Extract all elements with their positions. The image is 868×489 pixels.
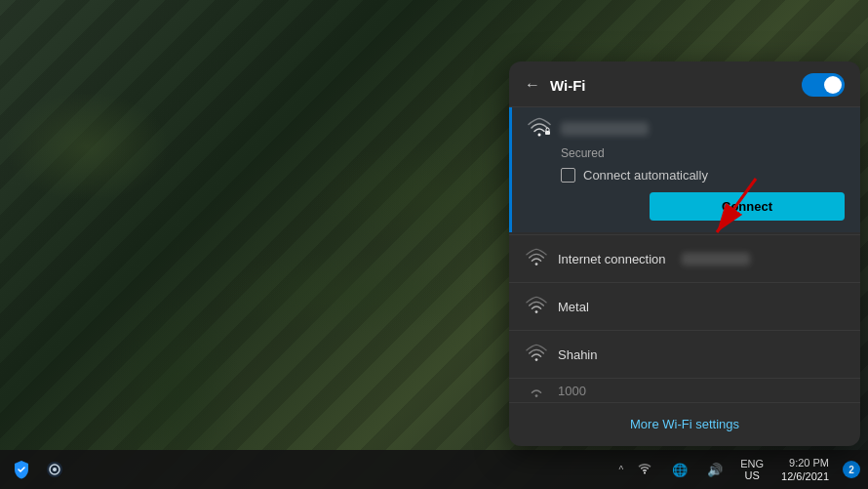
- back-button[interactable]: ←: [525, 76, 540, 94]
- svg-point-11: [644, 472, 646, 474]
- wifi-signal-icon-3: [525, 295, 548, 318]
- divider-1: [509, 234, 860, 235]
- volume-icon: 🔊: [707, 463, 723, 477]
- svg-rect-1: [545, 131, 550, 135]
- taskbar-globe-icon[interactable]: 🌐: [666, 461, 693, 479]
- network-item[interactable]: Internet connection: [509, 237, 860, 280]
- taskbar-left: [8, 456, 619, 483]
- globe-icon: 🌐: [672, 463, 688, 477]
- network-item-metal[interactable]: Metal: [509, 285, 860, 328]
- divider-5: [509, 402, 860, 403]
- network-item-partial[interactable]: 1000: [509, 381, 860, 400]
- time-date-block[interactable]: 9:20 PM 12/6/2021: [775, 454, 835, 486]
- wifi-toggle[interactable]: [802, 73, 845, 97]
- steam-icon[interactable]: [41, 456, 68, 483]
- svg-point-2: [535, 263, 538, 265]
- taskbar-network-icon[interactable]: [631, 459, 658, 480]
- wifi-signal-icon-2: [525, 247, 548, 270]
- taskbar-right: ^ 🌐 🔊 ENG US 9:20: [619, 454, 860, 486]
- defender-icon[interactable]: [8, 456, 35, 483]
- region-label: US: [740, 469, 764, 481]
- wifi-panel-header: ← Wi-Fi: [509, 61, 860, 107]
- taskbar-volume-icon[interactable]: 🔊: [701, 461, 729, 479]
- taskbar: ^ 🌐 🔊 ENG US 9:20: [0, 450, 868, 489]
- active-network-section: Secured Connect automatically Connect: [509, 107, 860, 232]
- svg-point-4: [535, 358, 538, 361]
- network-name-shahin: Shahin: [558, 347, 597, 362]
- more-wifi-settings-link[interactable]: More Wi-Fi settings: [630, 417, 739, 431]
- divider-3: [509, 330, 860, 331]
- network-name-partial: 1000: [558, 384, 586, 398]
- network-name-internet-blur: [682, 253, 750, 265]
- wifi-panel-title: Wi-Fi: [550, 77, 586, 94]
- network-icon: [637, 461, 652, 478]
- wifi-signal-icon: [528, 117, 551, 141]
- network-name-internet: Internet connection: [558, 252, 666, 266]
- connect-auto-checkbox[interactable]: [561, 168, 575, 183]
- divider-2: [509, 282, 860, 283]
- connect-button[interactable]: Connect: [650, 192, 845, 221]
- network-name-metal: Metal: [558, 300, 589, 314]
- active-network-status: Secured: [561, 146, 845, 160]
- svg-point-3: [535, 310, 538, 313]
- svg-point-5: [535, 394, 538, 397]
- network-item-shahin[interactable]: Shahin: [509, 333, 860, 376]
- date-display: 12/6/2021: [781, 469, 829, 483]
- active-network-row: [528, 117, 845, 141]
- svg-point-10: [53, 468, 57, 471]
- notification-badge[interactable]: 2: [843, 461, 860, 478]
- time-display: 9:20 PM: [781, 456, 829, 469]
- wifi-panel: ← Wi-Fi: [509, 61, 860, 446]
- wifi-header-left: ← Wi-Fi: [525, 76, 586, 94]
- connect-auto-label: Connect automatically: [583, 168, 708, 183]
- language-block[interactable]: ENG US: [736, 456, 768, 483]
- connect-button-row: Connect: [561, 192, 845, 221]
- svg-point-0: [538, 134, 541, 137]
- connect-auto-row: Connect automatically: [561, 168, 845, 183]
- wifi-panel-body: Secured Connect automatically Connect In…: [509, 107, 860, 446]
- lang-label: ENG: [740, 458, 764, 469]
- wifi-signal-icon-4: [525, 343, 548, 366]
- tray-overflow-arrow[interactable]: ^: [619, 465, 624, 475]
- more-wifi-settings: More Wi-Fi settings: [509, 405, 860, 446]
- active-network-name-blurred: [561, 122, 649, 136]
- divider-4: [509, 378, 860, 379]
- wifi-signal-icon-5: [525, 381, 548, 400]
